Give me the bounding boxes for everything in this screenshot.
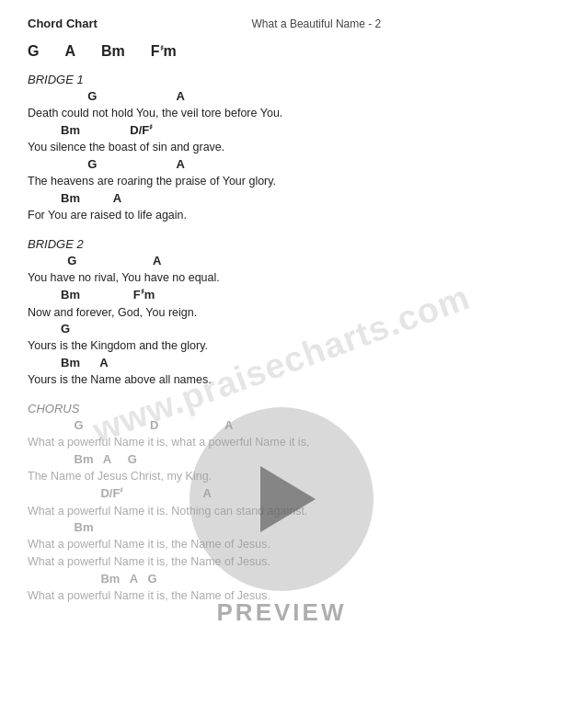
page: Chord Chart What a Beautiful Name - 2 G … [0, 0, 563, 728]
ch-lyric2: The Name of Jesus Christ, my King. [28, 468, 535, 485]
b2-chord1: G A [28, 253, 535, 269]
bridge1-block: BRIDGE 1 G A Death could not hold You, t… [28, 73, 535, 224]
header-title: What a Beautiful Name - 2 [107, 17, 526, 30]
b2-lyric1: You have no rival, You have no equal. [28, 269, 535, 287]
b1-lyric3: The heavens are roaring the praise of Yo… [28, 173, 535, 190]
b1-chord3: G A [28, 156, 535, 173]
ch-chord4: Bm [28, 519, 535, 536]
key-chord-fsm: F♯m [151, 43, 177, 60]
ch-lyric3: What a powerful Name it is. Nothing can … [28, 503, 535, 520]
header-chord-chart: Chord Chart [28, 17, 98, 30]
key-chord-a: A [64, 43, 75, 60]
b1-lyric2: You silence the boast of sin and grave. [28, 139, 535, 156]
ch-lyric6: What a powerful Name it is, the Name of … [28, 587, 535, 605]
b1-chord4: Bm A [28, 190, 535, 207]
b2-lyric4: Yours is the Name above all names. [28, 371, 535, 389]
bridge2-label: BRIDGE 2 [28, 237, 535, 251]
header: Chord Chart What a Beautiful Name - 2 [28, 17, 535, 30]
ch-lyric4: What a powerful Name it is, the Name of … [28, 536, 535, 553]
chorus-block: CHORUS G D A What a powerful Name it is,… [28, 402, 535, 605]
key-chord-row: G A Bm F♯m [28, 43, 535, 60]
b2-chord4: Bm A [28, 355, 535, 371]
b1-lyric4: For You are raised to life again. [28, 207, 535, 224]
ch-lyric5: What a powerful Name it is, the Name of … [28, 553, 535, 571]
ch-chord1: G D A [28, 417, 535, 434]
chorus-label: CHORUS [28, 402, 535, 415]
ch-lyric1: What a powerful Name it is, what a power… [28, 434, 535, 451]
ch-chord2: Bm A G [28, 451, 535, 468]
bridge2-block: BRIDGE 2 G A You have no rival, You have… [28, 237, 535, 389]
b2-chord2: Bm F♯m [28, 287, 535, 304]
bridge1-label: BRIDGE 1 [28, 73, 535, 86]
b2-chord3: G [28, 321, 535, 337]
b2-lyric3: Yours is the Kingdom and the glory. [28, 337, 535, 355]
b1-chord1: G A [28, 88, 535, 105]
b1-chord2: Bm D/F♯ [28, 122, 535, 140]
key-chord-g: G [28, 43, 39, 60]
b1-lyric1: Death could not hold You, the veil tore … [28, 105, 535, 122]
ch-chord3: D/F♯ A [28, 485, 535, 503]
ch-chord5: Bm A G [28, 571, 535, 587]
key-chord-bm: Bm [101, 43, 125, 60]
b2-lyric2: Now and forever, God, You reign. [28, 304, 535, 322]
